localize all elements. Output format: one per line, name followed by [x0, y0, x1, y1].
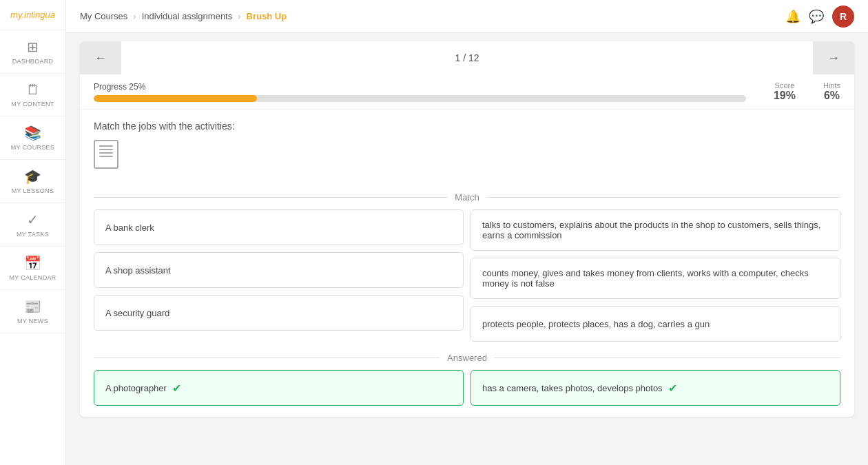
answered-divider-line-left	[94, 358, 440, 358]
content-area: ← 1 / 12 → Progress 25% Score 19% Hints	[66, 33, 868, 465]
breadcrumb-current: Brush Up	[247, 11, 287, 21]
avatar[interactable]: R	[832, 6, 854, 28]
right-card-bank-desc[interactable]: counts money, gives and takes money from…	[471, 258, 840, 299]
calendar-icon: 📅	[24, 255, 41, 271]
divider-line-right	[486, 197, 840, 198]
top-nav-right: 🔔 💬 R	[785, 6, 854, 28]
answered-section: Answered A photographer ✔ has a camera, …	[94, 353, 840, 406]
sidebar: my.inlingua ⊞ DASHBOARD 🗒 MY CONTENT 📚 M…	[0, 0, 66, 465]
sidebar-label-my-news: MY NEWS	[17, 318, 48, 324]
answered-right-photographer: has a camera, takes photos, develops pho…	[471, 370, 840, 406]
score-block: Score 19%	[774, 81, 796, 102]
sidebar-item-my-courses[interactable]: 📚 MY COURSES	[0, 116, 65, 160]
check-icon-right: ✔	[668, 382, 677, 395]
breadcrumb-assignments[interactable]: Individual assignments	[142, 11, 233, 21]
breadcrumb-sep-1: ›	[133, 11, 136, 21]
answered-divider-line-right	[494, 358, 840, 358]
progress-section: Progress 25% Score 19% Hints 6%	[80, 74, 854, 110]
answered-grid: A photographer ✔ has a camera, takes pho…	[94, 370, 840, 406]
match-grid: A bank clerk A shop assistant A security…	[94, 209, 840, 342]
hints-value: 6%	[823, 90, 840, 102]
sidebar-item-dashboard[interactable]: ⊞ DASHBOARD	[0, 30, 65, 74]
sidebar-item-my-lessons[interactable]: 🎓 MY LESSONS	[0, 160, 65, 203]
tasks-icon: ✓	[27, 211, 39, 228]
sidebar-label-my-content: MY CONTENT	[11, 101, 54, 107]
logo-text: my.inlingua	[10, 10, 55, 20]
sidebar-item-my-tasks[interactable]: ✓ MY TASKS	[0, 203, 65, 247]
left-card-shop-assistant[interactable]: A shop assistant	[94, 252, 464, 288]
breadcrumb-courses[interactable]: My Courses	[80, 11, 127, 21]
breadcrumb: My Courses › Individual assignments › Br…	[80, 11, 287, 21]
answered-divider: Answered	[94, 353, 840, 363]
divider-line-left	[94, 197, 448, 198]
sidebar-label-my-calendar: MY CALENDAR	[9, 274, 56, 281]
dashboard-icon: ⊞	[27, 39, 39, 55]
lessons-icon: 🎓	[24, 168, 41, 185]
progress-bar-bg	[94, 95, 746, 102]
exercise-container: ← 1 / 12 → Progress 25% Score 19% Hints	[80, 41, 854, 417]
right-card-shop-desc[interactable]: talks to customers, explains about the p…	[471, 209, 840, 251]
answered-left-photographer: A photographer ✔	[94, 370, 464, 406]
sidebar-item-my-content[interactable]: 🗒 MY CONTENT	[0, 74, 65, 116]
next-button[interactable]: →	[813, 41, 854, 74]
left-card-bank-clerk[interactable]: A bank clerk	[94, 209, 464, 245]
left-card-security-guard[interactable]: A security guard	[94, 295, 464, 331]
main-area: My Courses › Individual assignments › Br…	[66, 0, 868, 465]
chat-icon[interactable]: 💬	[809, 9, 824, 24]
score-label: Score	[774, 81, 796, 90]
sidebar-item-my-calendar[interactable]: 📅 MY CALENDAR	[0, 247, 65, 290]
top-nav: My Courses › Individual assignments › Br…	[66, 0, 868, 33]
answered-label: Answered	[447, 353, 487, 363]
exercise-counter: 1 / 12	[455, 52, 479, 63]
sidebar-label-my-tasks: MY TASKS	[17, 231, 49, 238]
progress-bar-container: Progress 25%	[94, 82, 746, 102]
progress-bar-fill	[94, 95, 257, 102]
hints-block: Hints 6%	[823, 81, 840, 102]
match-label: Match	[455, 192, 479, 203]
check-icon-left: ✔	[172, 382, 181, 395]
exercise-nav: ← 1 / 12 →	[80, 41, 854, 74]
content-icon: 🗒	[26, 82, 40, 98]
news-icon: 📰	[24, 298, 41, 315]
prev-button[interactable]: ←	[80, 41, 121, 74]
sidebar-label-my-courses: MY COURSES	[11, 144, 54, 151]
sidebar-label-my-lessons: MY LESSONS	[12, 187, 54, 194]
hints-label: Hints	[823, 81, 840, 90]
score-value: 19%	[774, 90, 796, 102]
courses-icon: 📚	[24, 125, 41, 141]
notification-icon[interactable]: 🔔	[785, 9, 800, 24]
document-icon	[94, 140, 118, 169]
sidebar-label-dashboard: DASHBOARD	[12, 58, 54, 65]
right-card-guard-desc[interactable]: protects people, protects places, has a …	[471, 306, 840, 342]
sidebar-item-my-news[interactable]: 📰 MY NEWS	[0, 290, 65, 333]
logo: my.inlingua	[0, 0, 65, 30]
exercise-body: Match the jobs with the activities: Matc…	[80, 110, 854, 417]
instruction: Match the jobs with the activities:	[94, 121, 840, 132]
progress-label: Progress 25%	[94, 82, 746, 92]
breadcrumb-sep-2: ›	[238, 11, 240, 21]
match-divider: Match	[94, 192, 840, 203]
